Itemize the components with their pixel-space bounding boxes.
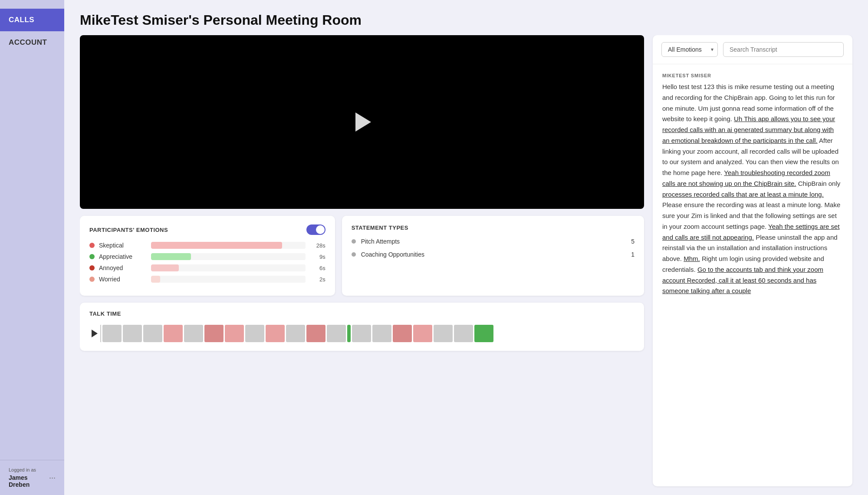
page-header: MikeTest Smiser's Personal Meeting Room (64, 0, 868, 35)
emotion-dot (89, 243, 95, 248)
timeline-segment[interactable] (327, 325, 346, 342)
timeline-segment[interactable] (434, 325, 453, 342)
timeline-segment[interactable] (393, 325, 412, 342)
video-player[interactable] (80, 35, 644, 209)
transcript-panel: All Emotions Skeptical Appreciative Anno… (653, 35, 852, 486)
emotion-time: 6s (310, 265, 326, 271)
transcript-header: All Emotions Skeptical Appreciative Anno… (653, 35, 852, 64)
statement-dot (352, 252, 356, 257)
emotion-row: Annoyed 6s (89, 264, 326, 271)
cards-row: PARTICIPANTS' EMOTIONS Skeptical 28s App… (80, 216, 644, 296)
statement-dot (352, 239, 356, 244)
talk-time-bar (89, 322, 635, 345)
emotion-row: Worried 2s (89, 276, 326, 283)
timeline-segment[interactable] (286, 325, 305, 342)
emotion-bar (151, 242, 282, 249)
talk-time-card: TALK TIME (80, 303, 644, 351)
emotion-label: Skeptical (99, 242, 147, 249)
emotions-card: PARTICIPANTS' EMOTIONS Skeptical 28s App… (80, 216, 335, 296)
toggle-knob (316, 225, 325, 234)
statement-card-title: STATEMENT TYPES (352, 224, 408, 231)
emotions-toggle[interactable] (306, 224, 326, 235)
talk-time-play-button[interactable] (89, 329, 99, 338)
talk-time-title: TALK TIME (89, 310, 635, 317)
emotion-time: 9s (310, 254, 326, 260)
statement-count: 1 (631, 251, 635, 258)
emotion-filter-select[interactable]: All Emotions Skeptical Appreciative Anno… (661, 42, 718, 57)
statement-row: Coaching Opportunities 1 (352, 251, 635, 258)
timeline-segment[interactable] (352, 325, 371, 342)
timeline-segment[interactable] (123, 325, 142, 342)
timeline-divider (100, 325, 101, 342)
timeline-segment[interactable] (454, 325, 473, 342)
timeline-segment[interactable] (225, 325, 244, 342)
statement-count: 5 (631, 238, 635, 245)
emotion-label: Worried (99, 276, 147, 283)
transcript-text: Hello test test 123 this is mike resume … (662, 82, 843, 297)
emotion-bar-container (151, 253, 306, 260)
emotion-bar (151, 264, 179, 271)
emotion-dot (89, 277, 95, 282)
emotion-time: 2s (310, 276, 326, 283)
logged-in-label: Logged in as (9, 467, 49, 472)
main-content: MikeTest Smiser's Personal Meeting Room … (64, 0, 868, 495)
timeline-segment[interactable] (164, 325, 183, 342)
statement-row: Pitch Attempts 5 (352, 238, 635, 245)
emotion-row: Skeptical 28s (89, 242, 326, 249)
emotion-bar-container (151, 276, 306, 283)
timeline-segment[interactable] (102, 325, 122, 342)
emotion-row: Appreciative 9s (89, 253, 326, 260)
transcript-highlight: Mhm. (684, 255, 700, 262)
statements-list: Pitch Attempts 5 Coaching Opportunities … (352, 238, 635, 258)
statement-label: Coaching Opportunities (361, 251, 626, 258)
play-small-icon (92, 330, 98, 337)
search-transcript-input[interactable] (723, 42, 844, 57)
timeline-segment[interactable] (204, 325, 224, 342)
statement-label: Pitch Attempts (361, 238, 626, 245)
emotion-label: Appreciative (99, 253, 147, 260)
timeline-segment[interactable] (474, 325, 493, 342)
play-icon (355, 112, 371, 132)
emotion-bar (151, 253, 191, 260)
timeline-segment[interactable] (413, 325, 432, 342)
speaker-label: MIKETEST SMISER (662, 73, 843, 78)
statement-card: STATEMENT TYPES Pitch Attempts 5 Coachin… (342, 216, 644, 296)
timeline-segment[interactable] (266, 325, 285, 342)
transcript-highlight: processes recorded calls that are at lea… (662, 191, 824, 198)
emotion-bar (151, 276, 160, 283)
sidebar-item-calls[interactable]: CALLS (0, 9, 64, 31)
timeline-segment[interactable] (143, 325, 162, 342)
transcript-highlight: Uh This app allows you to see your recor… (662, 115, 835, 144)
emotion-dot (89, 254, 95, 259)
emotion-bar-container (151, 264, 306, 271)
timeline-segment[interactable] (306, 325, 326, 342)
emotions-card-title: PARTICIPANTS' EMOTIONS (89, 227, 168, 233)
timeline-segment[interactable] (372, 325, 391, 342)
more-options-button[interactable]: ··· (49, 474, 56, 482)
emotions-list: Skeptical 28s Appreciative 9s Annoyed 6s… (89, 242, 326, 283)
emotion-filter-wrapper: All Emotions Skeptical Appreciative Anno… (661, 42, 718, 57)
transcript-highlight: Yeah the settings are set and calls are … (662, 223, 840, 241)
emotion-label: Annoyed (99, 264, 147, 271)
transcript-highlight: Yeah troubleshooting recorded zoom calls… (662, 169, 830, 187)
logged-in-user: James Dreben (9, 474, 49, 488)
timeline-segment[interactable] (245, 325, 264, 342)
sidebar-item-account[interactable]: ACCOUNT (0, 31, 64, 54)
transcript-body: MIKETEST SMISER Hello test test 123 this… (653, 64, 852, 486)
sidebar-bottom: Logged in as James Dreben ··· (0, 460, 64, 495)
play-button[interactable] (350, 110, 374, 134)
content-area: PARTICIPANTS' EMOTIONS Skeptical 28s App… (64, 35, 868, 495)
statement-card-header: STATEMENT TYPES (352, 224, 635, 231)
transcript-highlight: Go to the accounts tab and think your zo… (662, 266, 823, 295)
emotion-dot (89, 265, 95, 271)
page-title: MikeTest Smiser's Personal Meeting Room (80, 12, 852, 28)
emotion-bar-container (151, 242, 306, 249)
left-panel: PARTICIPANTS' EMOTIONS Skeptical 28s App… (80, 35, 653, 486)
timeline-segment[interactable] (347, 325, 351, 342)
timeline-segment[interactable] (184, 325, 203, 342)
sidebar: CALLS ACCOUNT Logged in as James Dreben … (0, 0, 64, 495)
emotion-time: 28s (310, 242, 326, 249)
timeline-segments (102, 325, 635, 342)
emotions-card-header: PARTICIPANTS' EMOTIONS (89, 224, 326, 235)
